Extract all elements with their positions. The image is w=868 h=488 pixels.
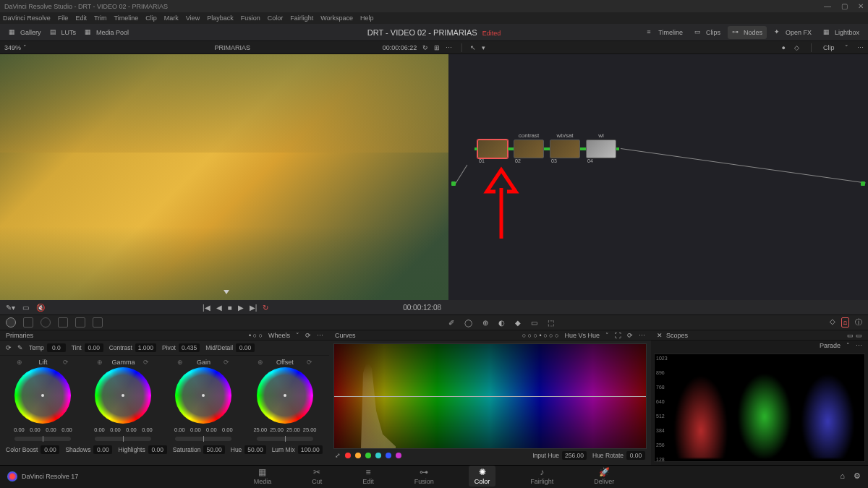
lift-v1[interactable]: 0.00 — [12, 427, 25, 433]
lift-v3[interactable]: 0.00 — [44, 427, 57, 433]
minimize-icon[interactable]: — — [824, 2, 831, 10]
page-fairlight[interactable]: ♪Fairlight — [524, 466, 559, 487]
eyedropper-icon[interactable]: ✐ — [448, 319, 454, 327]
clip-chevron-icon[interactable]: ˅ — [843, 44, 848, 51]
pivot-value[interactable]: 0.435 — [179, 343, 200, 352]
curves-dots-icon[interactable]: ○ ○ ○ • ○ ○ ○ — [522, 332, 559, 339]
menu-view[interactable]: View — [186, 14, 200, 22]
prev-clip-icon[interactable]: |◀ — [203, 304, 210, 312]
page-cut[interactable]: ✂Cut — [306, 466, 328, 487]
menu-workspace[interactable]: Workspace — [320, 14, 353, 22]
offset-v3[interactable]: 25.00 — [286, 427, 300, 433]
node-01[interactable]: 01 — [477, 132, 508, 163]
gain-v2[interactable]: 0.00 — [189, 427, 202, 433]
menu-clip[interactable]: Clip — [145, 14, 157, 22]
offset-v1[interactable]: 25.00 — [253, 427, 267, 433]
stop-icon[interactable]: ■ — [228, 304, 232, 312]
3d-icon[interactable]: ⬚ — [548, 319, 554, 327]
gain-v4[interactable]: 0.00 — [221, 427, 234, 433]
chevron-down-icon[interactable]: ˅ — [846, 342, 850, 349]
picker-icon[interactable]: ✎▾ — [6, 304, 15, 312]
refresh-icon[interactable]: ↻ — [422, 44, 428, 51]
offset-reset-icon[interactable]: ⟳ — [307, 359, 312, 366]
primaries-more-icon[interactable]: ⋯ — [317, 332, 323, 339]
curves-more-icon[interactable]: ⋯ — [639, 332, 645, 339]
page-fusion[interactable]: ⊶Fusion — [409, 466, 440, 487]
primaries-mode[interactable]: Wheels — [268, 332, 290, 339]
openfx-button[interactable]: ✦Open FX — [770, 26, 816, 39]
pointer-icon[interactable]: ↖ — [470, 44, 476, 51]
tint-value[interactable]: 0.00 — [85, 343, 103, 352]
home-icon[interactable]: ⌂ — [840, 471, 845, 481]
settings-icon[interactable]: ⚙ — [854, 471, 861, 481]
node-graph-output[interactable] — [861, 181, 865, 186]
auto-icon[interactable]: ✎ — [17, 344, 23, 351]
gain-v3[interactable]: 0.00 — [205, 427, 218, 433]
keyframe-diamond-icon[interactable]: ◇ — [794, 44, 799, 51]
offset-v2[interactable]: 25.00 — [270, 427, 284, 433]
timeline-button[interactable]: ≡Timeline — [642, 26, 687, 39]
viewer[interactable] — [0, 54, 448, 300]
hue-vs-hue-graph[interactable] — [333, 343, 647, 449]
luts-button[interactable]: ▤LUTs — [46, 26, 81, 39]
menu-fusion[interactable]: Fusion — [241, 14, 260, 22]
menu-timeline[interactable]: Timeline — [114, 14, 139, 22]
clips-button[interactable]: ▭Clips — [690, 26, 725, 39]
magenta-swatch[interactable] — [396, 453, 401, 458]
gamma-v1[interactable]: 0.00 — [93, 427, 106, 433]
spline-icon[interactable]: ⤢ — [335, 452, 341, 459]
scopes-layout-icon[interactable]: ▭ ▭ — [847, 332, 862, 339]
qualifier-tool-icon[interactable] — [93, 317, 103, 328]
gamma-picker-icon[interactable]: ⊕ — [97, 359, 103, 366]
blue-swatch[interactable] — [386, 453, 391, 458]
maximize-icon[interactable]: ▢ — [841, 2, 848, 10]
lift-wheel[interactable] — [14, 367, 71, 424]
red-swatch[interactable] — [345, 453, 351, 458]
reset-icon[interactable]: ⟳ — [6, 344, 12, 351]
chevron-down-icon[interactable]: ˅ — [605, 332, 609, 339]
gain-wheel[interactable] — [175, 367, 231, 424]
curves-reset-icon[interactable]: ⟳ — [627, 332, 633, 339]
page-media[interactable]: ▦Media — [248, 466, 278, 487]
sizing-icon[interactable]: ▭ — [531, 319, 537, 327]
mute-icon[interactable]: 🔇 — [36, 304, 45, 312]
lift-v4[interactable]: 0.00 — [60, 427, 73, 433]
gain-picker-icon[interactable]: ⊕ — [177, 359, 183, 366]
huerotate-value[interactable]: 0.00 — [626, 451, 645, 460]
gamma-reset-icon[interactable]: ⟳ — [143, 359, 149, 366]
offset-picker-icon[interactable]: ⊕ — [258, 359, 263, 366]
colorboost-value[interactable]: 0.00 — [41, 445, 59, 454]
cyan-swatch[interactable] — [375, 453, 381, 458]
primaries-reset-icon[interactable]: ⟳ — [305, 332, 311, 339]
node-03[interactable]: wb/sat 03 — [550, 132, 580, 163]
dropdown-icon[interactable]: ▾ — [482, 44, 485, 51]
lift-v2[interactable]: 0.00 — [28, 427, 41, 433]
menu-fairlight[interactable]: Fairlight — [290, 14, 313, 22]
lift-picker-icon[interactable]: ⊕ — [17, 359, 22, 366]
zoom-level[interactable]: 349% — [4, 44, 21, 51]
inputhue-value[interactable]: 256.00 — [562, 451, 587, 460]
gain-v1[interactable]: 0.00 — [173, 427, 186, 433]
scopes-more-icon[interactable]: ⋯ — [856, 342, 862, 349]
chevron-down-icon[interactable]: ˅ — [296, 332, 299, 339]
page-edit[interactable]: ≡Edit — [357, 466, 380, 487]
keyframes-icon[interactable]: ◇ — [830, 317, 835, 328]
mediapool-button[interactable]: ▦Media Pool — [80, 26, 133, 39]
menu-mark[interactable]: Mark — [164, 14, 179, 22]
menu-trim[interactable]: Trim — [94, 14, 107, 22]
lightbox-button[interactable]: ▦Lightbox — [819, 26, 864, 39]
curves-mode[interactable]: Hue Vs Hue — [564, 332, 600, 339]
hue-value[interactable]: 50.00 — [244, 445, 265, 454]
blur-icon[interactable]: ◐ — [498, 319, 505, 327]
next-clip-icon[interactable]: ▶| — [250, 304, 258, 312]
parade-scope[interactable]: 1023 896 768 640 512 384 256 128 — [654, 354, 865, 462]
gallery-button[interactable]: ▦Gallery — [4, 26, 46, 39]
middetail-value[interactable]: 0.00 — [236, 343, 255, 352]
gamma-v4[interactable]: 0.00 — [140, 427, 153, 433]
bars-tool-icon[interactable] — [23, 317, 33, 328]
offset-wheel[interactable] — [257, 367, 313, 424]
gain-master-slider[interactable] — [175, 437, 231, 441]
offset-master-slider[interactable] — [257, 437, 313, 441]
close-icon[interactable]: ✕ — [858, 2, 864, 10]
curve-line[interactable] — [334, 396, 646, 397]
